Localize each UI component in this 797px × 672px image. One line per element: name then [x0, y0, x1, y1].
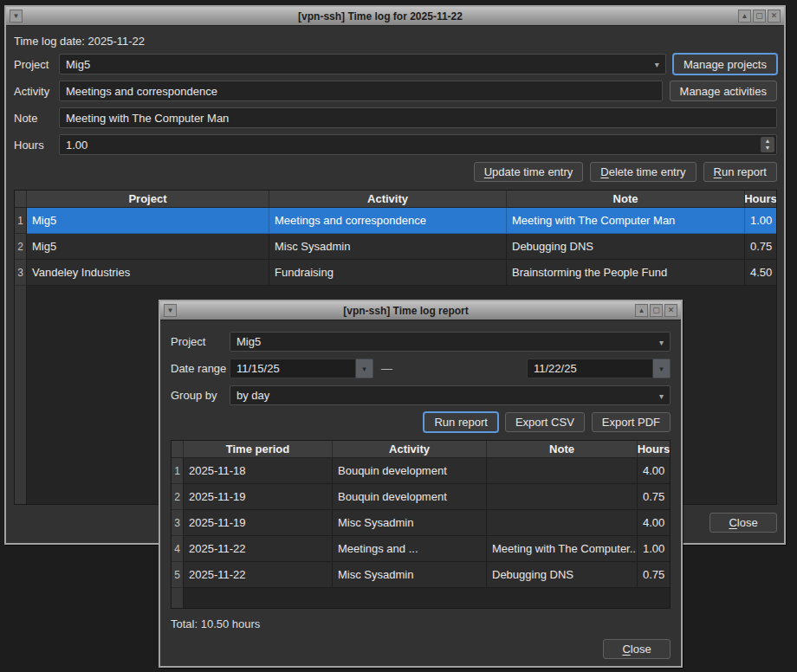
maximize-button[interactable]: ▢ — [650, 304, 663, 317]
row-number: 1 — [172, 458, 184, 484]
dialog-close-button[interactable]: Close — [603, 639, 671, 659]
cell-activity: Misc Sysadmin — [333, 562, 487, 588]
note-value: Meeting with The Computer Man — [66, 112, 229, 125]
row-number: 3 — [172, 510, 184, 536]
spin-down-icon[interactable]: ▼ — [765, 145, 771, 152]
cell-hours: 0.75 — [638, 562, 670, 588]
hours-spinner: ▲ ▼ — [761, 137, 774, 152]
group-by-row: Group by by day ▾ — [171, 385, 671, 405]
activity-value: Meetings and correspondence — [66, 85, 217, 98]
cell-hours: 0.75 — [638, 484, 670, 510]
group-by-combobox[interactable]: by day ▾ — [230, 385, 671, 405]
maximize-button[interactable]: ▢ — [753, 10, 766, 23]
empty-body — [184, 588, 670, 608]
date-range-row: Date range 11/15/25 ▾ — 11/22/25 ▾ — [171, 359, 671, 378]
row-number: 5 — [172, 562, 184, 588]
cell-time-period: 2025-11-22 — [184, 562, 333, 588]
table-row[interactable]: 3 Vandeley Industries Fundraising Brains… — [15, 260, 776, 286]
cell-hours: 1.00 — [745, 208, 776, 234]
start-date-input[interactable]: 11/15/25 — [230, 359, 356, 378]
column-header-activity[interactable]: Activity — [333, 441, 487, 457]
delete-time-entry-button[interactable]: Delete time entry — [590, 162, 696, 182]
time-log-date-label: Time log date: 2025-11-22 — [14, 35, 777, 48]
chevron-down-icon: ▾ — [655, 60, 659, 69]
activity-input[interactable]: Meetings and correspondence — [59, 81, 663, 101]
shade-icon: ▲ — [638, 307, 645, 314]
spin-up-icon[interactable]: ▲ — [765, 138, 771, 145]
total-hours-label: Total: 10.50 hours — [171, 617, 671, 631]
end-date-input[interactable]: 11/22/25 — [527, 359, 653, 378]
table-row[interactable]: 1 2025-11-18 Bouquin development 4.00 — [172, 458, 670, 484]
note-row: Note Meeting with The Computer Man — [14, 107, 777, 128]
shade-button[interactable]: ▲ — [635, 304, 648, 317]
window-menu-button[interactable]: ▼ — [164, 304, 177, 317]
window-close-button[interactable]: ✕ — [664, 304, 677, 317]
shade-icon: ▲ — [742, 13, 748, 20]
dialog-titlebar[interactable]: ▼ [vpn-ssh] Time log report ▲ ▢ ✕ — [160, 301, 681, 320]
cell-hours: 4.00 — [638, 510, 670, 536]
maximize-icon: ▢ — [755, 12, 763, 20]
close-button[interactable]: Close — [710, 513, 777, 533]
export-csv-button[interactable]: Export CSV — [505, 412, 585, 432]
manage-activities-button[interactable]: Manage activities — [670, 81, 777, 101]
hours-spinbox[interactable]: 1.00 ▲ ▼ — [59, 134, 777, 155]
gutter-strip — [15, 286, 27, 504]
activity-label: Activity — [14, 85, 59, 98]
dialog-run-report-button[interactable]: Run report — [424, 412, 497, 432]
shade-button[interactable]: ▲ — [738, 10, 751, 23]
column-header-project[interactable]: Project — [27, 191, 269, 207]
group-by-value: by day — [237, 389, 269, 402]
cell-note: Meeting with The Computer... — [487, 536, 638, 562]
column-header-activity[interactable]: Activity — [269, 191, 507, 207]
table-row[interactable]: 2 Mig5 Misc Sysadmin Debugging DNS 0.75 — [15, 234, 776, 260]
cell-time-period: 2025-11-19 — [184, 510, 333, 536]
run-report-button[interactable]: Run report — [703, 162, 777, 182]
date-range-label: Date range — [171, 362, 230, 375]
cell-time-period: 2025-11-22 — [184, 536, 333, 562]
end-date-dropdown-button[interactable]: ▾ — [653, 359, 671, 378]
hours-label: Hours — [14, 139, 59, 152]
note-label: Note — [14, 112, 59, 125]
report-table-header: Time period Activity Note Hours — [172, 441, 670, 458]
export-pdf-button[interactable]: Export PDF — [592, 412, 671, 432]
dialog-content: Project Mig5 ▾ Date range 11/15/25 ▾ — 1… — [160, 320, 681, 666]
cell-activity: Meetings and ... — [333, 536, 487, 562]
column-header-hours[interactable]: Hours — [638, 441, 670, 457]
report-actions: Run report Export CSV Export PDF — [171, 412, 671, 432]
group-by-label: Group by — [171, 389, 230, 402]
table-row[interactable]: 2 2025-11-19 Bouquin development 0.75 — [172, 484, 670, 510]
cell-time-period: 2025-11-19 — [184, 484, 333, 510]
window-menu-button[interactable]: ▼ — [10, 10, 23, 23]
entry-actions: Update time entry Delete time entry Run … — [14, 162, 777, 182]
table-row[interactable]: 1 Mig5 Meetings and correspondence Meeti… — [15, 208, 776, 234]
report-project-row: Project Mig5 ▾ — [171, 332, 671, 352]
table-row[interactable]: 3 2025-11-19 Misc Sysadmin 4.00 — [172, 510, 670, 536]
manage-projects-button[interactable]: Manage projects — [673, 54, 777, 74]
column-header-time-period[interactable]: Time period — [184, 441, 333, 457]
note-input[interactable]: Meeting with The Computer Man — [59, 107, 777, 128]
table-row[interactable]: 5 2025-11-22 Misc Sysadmin Debugging DNS… — [172, 562, 670, 588]
project-value: Mig5 — [66, 58, 90, 71]
column-header-note[interactable]: Note — [507, 191, 745, 207]
chevron-down-icon: ▾ — [659, 365, 664, 373]
gutter-strip — [172, 588, 184, 608]
row-number: 1 — [15, 208, 27, 234]
end-date-picker[interactable]: 11/22/25 ▾ — [527, 359, 671, 378]
update-time-entry-button[interactable]: Update time entry — [474, 162, 584, 182]
table-row[interactable]: 4 2025-11-22 Meetings and ... Meeting wi… — [172, 536, 670, 562]
window-close-button[interactable]: ✕ — [768, 10, 781, 23]
start-date-dropdown-button[interactable]: ▾ — [356, 359, 373, 378]
main-titlebar[interactable]: ▼ [vpn-ssh] Time log for 2025-11-22 ▲ ▢ … — [6, 7, 784, 26]
chevron-down-icon: ▾ — [362, 365, 366, 373]
window-menu-icon: ▼ — [167, 307, 174, 314]
project-combobox[interactable]: Mig5 ▾ — [59, 54, 666, 74]
column-header-hours[interactable]: Hours — [745, 191, 776, 207]
cell-note — [487, 484, 638, 510]
corner-cell — [172, 441, 184, 457]
cell-hours: 0.75 — [745, 234, 776, 260]
start-date-picker[interactable]: 11/15/25 ▾ — [230, 359, 373, 378]
report-project-combobox[interactable]: Mig5 ▾ — [230, 332, 671, 352]
column-header-note[interactable]: Note — [487, 441, 638, 457]
close-icon: ✕ — [668, 307, 675, 314]
cell-activity: Misc Sysadmin — [333, 510, 487, 536]
